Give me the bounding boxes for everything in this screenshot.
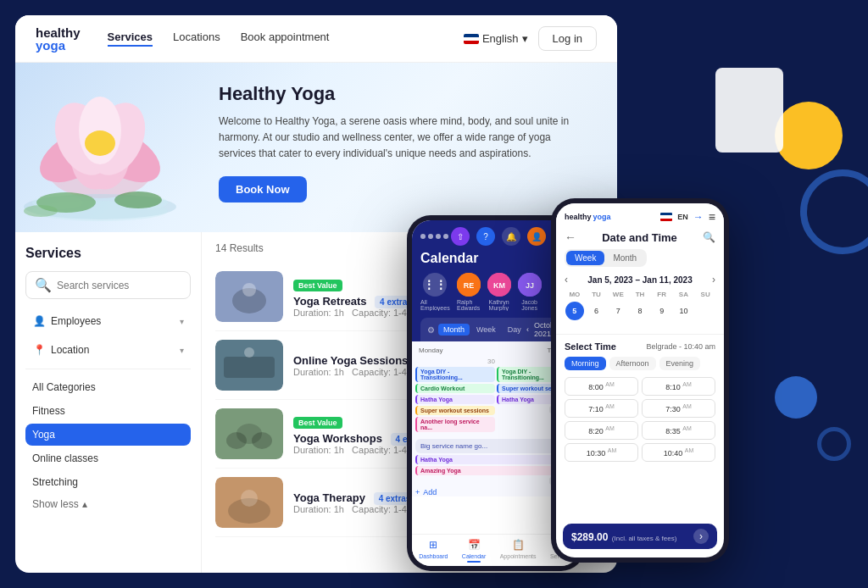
employee-name: JacobJones xyxy=(521,299,537,311)
show-less-button[interactable]: Show less ▴ xyxy=(25,495,191,513)
time-slot-730[interactable]: 7:30 AM xyxy=(642,399,715,418)
svg-point-21 xyxy=(244,347,254,358)
calendar-icon: 📅 xyxy=(467,538,481,552)
category-fitness[interactable]: Fitness xyxy=(25,400,191,422)
nav-book[interactable]: Book appointment xyxy=(241,31,330,47)
help-icon[interactable]: ? xyxy=(476,227,495,246)
employee-item[interactable]: RE RalphEdwards xyxy=(457,273,481,311)
login-button[interactable]: Log in xyxy=(538,26,597,51)
category-all[interactable]: All Categories xyxy=(25,376,191,398)
location-filter[interactable]: 📍 Location ▾ xyxy=(25,338,191,362)
select-time-header: Select Time Belgrade - 10:40 am xyxy=(565,341,715,352)
date-5[interactable]: 5 xyxy=(565,302,584,320)
time-slot-800[interactable]: 8:00 AM xyxy=(565,377,638,396)
sidebar: Services 🔍 👤 Employees ▾ 📍 Location ▾ xyxy=(15,232,202,573)
week-tab[interactable]: Week xyxy=(566,251,604,265)
date-9[interactable]: 9 xyxy=(653,302,671,320)
book-now-button[interactable]: Book Now xyxy=(219,176,307,202)
time-slot-1030[interactable]: 10:30 AM xyxy=(565,443,638,462)
search-icon[interactable]: 🔍 xyxy=(703,231,715,243)
back-button[interactable]: ← xyxy=(565,230,576,244)
prev-week-button[interactable]: ‹ xyxy=(565,274,568,286)
language-label: EN xyxy=(677,213,688,221)
prev-btn[interactable]: ‹ xyxy=(526,325,529,334)
employee-name: RalphEdwards xyxy=(457,299,480,311)
employee-item[interactable]: KM KathrynMurphy xyxy=(487,273,511,311)
date-6[interactable]: 6 xyxy=(587,302,606,320)
settings-icon[interactable]: ⚙ xyxy=(427,325,435,335)
employee-item[interactable]: JJ JacobJones xyxy=(518,273,542,311)
svg-point-18 xyxy=(242,283,256,297)
calendar-event[interactable]: Yoga DIY - Transitioning... xyxy=(415,367,495,382)
nav-services[interactable]: Services xyxy=(108,31,153,47)
category-online[interactable]: Online classes xyxy=(25,447,191,469)
time-slot-820[interactable]: 8:20 AM xyxy=(565,421,638,440)
service-image xyxy=(215,340,283,391)
date-10[interactable]: 10 xyxy=(674,302,693,320)
yoga-workshops-thumbnail xyxy=(215,408,283,459)
footer-label: Calendar xyxy=(462,553,486,559)
calendar-event[interactable]: Cardio Workout xyxy=(415,384,495,393)
calendar-dots xyxy=(420,234,448,239)
date-8[interactable]: 8 xyxy=(631,302,649,320)
day-label-fr: FR xyxy=(652,291,672,298)
footer-dashboard[interactable]: ⊞ Dashboard xyxy=(419,538,448,563)
day-tab[interactable]: Day xyxy=(503,324,526,336)
sidebar-title: Services xyxy=(25,246,191,261)
time-slot-835[interactable]: 8:35 AM xyxy=(642,421,715,440)
afternoon-tab[interactable]: Afternoon xyxy=(609,357,656,370)
search-box[interactable]: 🔍 xyxy=(25,271,191,299)
price-button[interactable]: › xyxy=(693,529,709,544)
calendar-event[interactable]: Hatha Yoga xyxy=(415,395,495,404)
calendar-event[interactable]: Super workout sessions xyxy=(415,406,495,415)
morning-tab[interactable]: Morning xyxy=(565,357,606,370)
login-icon[interactable]: → xyxy=(693,211,704,223)
logo[interactable]: healthy yoga xyxy=(36,26,81,52)
evening-tab[interactable]: Evening xyxy=(659,357,701,370)
category-stretching[interactable]: Stretching xyxy=(25,471,191,493)
hero-description: Welcome to Healthy Yoga, a serene oasis … xyxy=(219,114,575,163)
employees-label: Employees xyxy=(51,315,101,327)
nav-locations[interactable]: Locations xyxy=(173,31,220,47)
hero-section: Healthy Yoga Welcome to Healthy Yoga, a … xyxy=(15,63,617,232)
yoga-therapy-thumbnail xyxy=(215,477,283,528)
day-label-sa: SA xyxy=(674,291,694,298)
language-selector[interactable]: English ▾ xyxy=(464,32,528,45)
logo-yoga: yoga xyxy=(36,39,81,52)
phone-screen-right: healthy yoga EN → ≡ ← Date and Time 🔍 xyxy=(556,203,724,557)
time-slot-1040[interactable]: 10:40 AM xyxy=(642,443,715,462)
day-label-mo: MO xyxy=(565,291,585,298)
month-tab[interactable]: Month xyxy=(438,324,470,336)
flag-icon xyxy=(660,213,672,221)
calendar-controls: ⚙ Month Week Day ‹ October 2021 › xyxy=(420,318,571,341)
all-employees-item[interactable]: ⋮⋮ AllEmployees xyxy=(420,273,450,311)
hero-image xyxy=(15,63,202,232)
time-slot-710[interactable]: 7:10 AM xyxy=(565,399,638,418)
date-7[interactable]: 7 xyxy=(609,302,627,320)
employees-filter[interactable]: 👤 Employees ▾ xyxy=(25,309,191,333)
employees-row: ⋮⋮ AllEmployees RE RalphEdwards KM Kathr xyxy=(420,273,571,311)
footer-appointments[interactable]: 📋 Appointments xyxy=(500,538,537,563)
bell-icon[interactable]: 🔔 xyxy=(502,227,520,246)
category-yoga[interactable]: Yoga xyxy=(25,424,191,446)
menu-icon[interactable]: ≡ xyxy=(709,210,715,224)
decorative-white-rect xyxy=(715,68,783,153)
share-icon[interactable]: ⇧ xyxy=(451,227,470,246)
dt-nav: ← Date and Time 🔍 xyxy=(565,230,715,244)
chevron-down-icon: ▾ xyxy=(522,32,528,45)
timezone-label: Belgrade - 10:40 am xyxy=(646,342,715,351)
search-input[interactable] xyxy=(57,280,181,291)
decorative-yellow-circle xyxy=(775,102,843,169)
dt-header-icons: EN → ≡ xyxy=(660,210,715,224)
chevron-up-icon: ▴ xyxy=(82,498,87,510)
dot xyxy=(443,234,448,239)
footer-calendar[interactable]: 📅 Calendar xyxy=(462,538,486,563)
month-tab[interactable]: Month xyxy=(604,251,645,265)
calendar-event[interactable]: Another long service na... xyxy=(415,417,495,432)
time-slot-810[interactable]: 8:10 AM xyxy=(642,377,715,396)
week-tab[interactable]: Week xyxy=(471,324,501,336)
avatar-icon[interactable]: 👤 xyxy=(527,227,546,246)
week-month-tabs: Week Month xyxy=(565,249,647,267)
appointments-icon: 📋 xyxy=(511,538,525,552)
next-week-button[interactable]: › xyxy=(712,274,715,286)
